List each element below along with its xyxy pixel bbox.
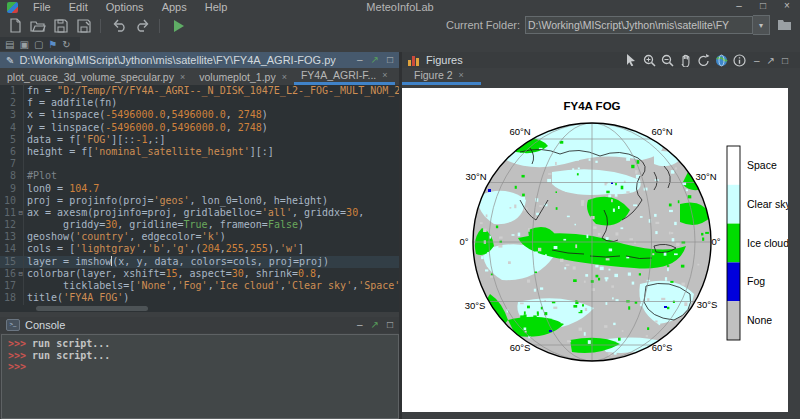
toolbar-separator (100, 19, 101, 33)
close-icon[interactable]: × (282, 72, 287, 82)
browse-folder-icon[interactable] (777, 19, 792, 31)
close-icon[interactable]: × (382, 70, 387, 80)
code-line[interactable]: 6height = f['nominal_satellite_height'][… (0, 146, 399, 158)
code-line[interactable]: 4y = linspace(-5496000.0,5496000.0, 2748… (0, 122, 399, 134)
bookmark-icon[interactable]: ⚑ (48, 39, 57, 50)
window-minimize-button[interactable]: – (728, 0, 750, 13)
code-line[interactable]: 7 (0, 158, 399, 170)
document-icon[interactable]: ▢ (34, 39, 43, 50)
grid-label: 0° (711, 236, 720, 247)
code-editor[interactable]: 1fn = "D:/Temp/FY/FY4A-_AGRI--_N_DISK_10… (0, 85, 399, 305)
colorbar-label: None (747, 314, 772, 326)
menu-help[interactable]: Help (196, 1, 237, 14)
editor-file-path: D:\Working\MIScript\Jython\mis\satellite… (19, 54, 335, 66)
console-maximize-icon[interactable]: □ (387, 318, 393, 332)
editor-minimize-icon[interactable]: – (357, 53, 363, 67)
globe-disk (473, 119, 712, 361)
grid-label: 30°S (465, 300, 486, 311)
undo-icon[interactable] (111, 17, 128, 34)
rotate-icon[interactable] (696, 53, 711, 68)
console-output[interactable]: >>> run script...>>> run script...>>> (1, 334, 399, 419)
console-toggle-icon[interactable]: ▣ (19, 39, 28, 50)
tab-figure-2[interactable]: Figure 2× (402, 68, 481, 85)
editor-horizontal-scrollbar[interactable] (0, 305, 399, 312)
code-line[interactable]: 13geoshow('country', edgecolor='k') (0, 231, 399, 243)
code-line[interactable]: 15layer = imshow(x, y, data, colors=cols… (0, 256, 399, 268)
redo-icon[interactable] (134, 17, 151, 34)
save-as-icon[interactable] (75, 17, 92, 34)
code-line[interactable]: 18title('FY4A FOG') (0, 292, 399, 304)
code-line[interactable]: 14cols = ['lightgray','b','g',(204,255,2… (0, 243, 399, 255)
console-title-label: Console (25, 319, 65, 331)
tab-fy4a-agri-fog[interactable]: FY4A_AGRI-F...× (294, 68, 395, 85)
close-icon[interactable]: × (459, 70, 464, 80)
code-line[interactable]: 9lon0 = 104.7 (0, 183, 399, 195)
console-float-icon[interactable]: ↗ (371, 318, 379, 332)
colorbar-label: Clear sky (747, 198, 788, 210)
colorbar-label: Ice cloud (747, 237, 788, 249)
zoom-out-icon[interactable] (660, 53, 675, 68)
menu-edit[interactable]: Edit (60, 1, 97, 14)
edit-pencil-icon: ✎ (6, 55, 14, 66)
code-line[interactable]: 16⊟colorbar(layer, xshift=15, aspect=30,… (0, 268, 399, 280)
figure-title: FY4A FOG (563, 100, 620, 112)
save-icon[interactable] (52, 17, 69, 34)
tab-volumeplot-1[interactable]: volumeplot_1.py× (192, 69, 294, 85)
colorbar-label: Space (747, 159, 777, 171)
code-line[interactable]: 1fn = "D:/Temp/FY/FY4A-_AGRI--_N_DISK_10… (0, 85, 399, 97)
figures-float-icon[interactable]: ↗ (767, 55, 775, 66)
code-line[interactable]: 10proj = projinfo(proj='geos', lon_0=lon… (0, 195, 399, 207)
current-folder-input[interactable] (525, 16, 753, 34)
tab-plot-cuace-3d-volume-specular[interactable]: plot_cuace_3d_volume_specular.py× (0, 69, 192, 85)
toolbar-separator (159, 19, 160, 33)
current-folder-row: Current Folder: ▾ (446, 15, 792, 35)
window-maximize-button[interactable]: □ (752, 0, 774, 13)
menu-apps[interactable]: Apps (153, 1, 196, 14)
menu-file[interactable]: File (24, 1, 60, 14)
figures-tab-bar: Figure 2× (402, 68, 800, 85)
secondary-toolbar: ▤ ▣ ▢ ⚑ ↻ (0, 37, 80, 51)
meteoinfolab-window: File Edit Options Apps Help MeteoInfoLab… (0, 0, 800, 419)
chevron-down-icon[interactable]: ▾ (753, 15, 770, 35)
new-file-icon[interactable] (6, 17, 23, 34)
grid-label: 60°S (510, 342, 531, 353)
select-arrow-icon[interactable] (624, 53, 639, 68)
figures-minimize-icon[interactable]: – (754, 55, 760, 66)
console-line: >>> run script... (2, 338, 398, 350)
open-folder-icon[interactable] (29, 17, 46, 34)
code-line[interactable]: 2f = addfile(fn) (0, 97, 399, 109)
code-line[interactable]: 5data = f['FOG'][::-1,:] (0, 134, 399, 146)
colorbar-label: Fog (747, 275, 765, 287)
console-line: >>> run script... (2, 350, 398, 362)
code-line[interactable]: 17 ticklabels=['None','Fog','Ice cloud',… (0, 280, 399, 292)
editor-tab-bar: plot_cuace_3d_volume_specular.py× volume… (0, 68, 399, 85)
run-script-icon[interactable] (170, 17, 187, 34)
code-line[interactable]: 8#Plot (0, 170, 399, 182)
window-close-button[interactable]: × (776, 0, 798, 13)
refresh-icon[interactable]: ↻ (62, 39, 70, 50)
console-title-bar: >_ Console – ↗ □ (0, 317, 399, 333)
figures-toolbar: – ↗ □ (621, 52, 788, 68)
code-line[interactable]: 11⊟ax = axesm(projinfo=proj, gridlabello… (0, 207, 399, 219)
fy4a-fog-plot: 60°N60°N30°N30°N0°0°30°S30°S60°S60°S Spa… (402, 88, 788, 412)
scrollbar-thumb[interactable] (36, 306, 148, 311)
grid-label: 60°S (652, 342, 673, 353)
console-minimize-icon[interactable]: – (357, 318, 363, 332)
code-line[interactable]: 12 griddy=30, gridline=True, frameon=Fal… (0, 219, 399, 231)
figure-canvas[interactable]: 60°N60°N30°N30°N0°0°30°S30°S60°S60°S Spa… (402, 88, 788, 412)
close-icon[interactable]: × (180, 72, 185, 82)
figures-maximize-icon[interactable]: □ (782, 55, 788, 66)
layers-icon[interactable]: ▤ (5, 39, 14, 50)
zoom-in-icon[interactable] (642, 53, 657, 68)
identify-info-icon[interactable] (732, 53, 747, 68)
editor-maximize-icon[interactable]: □ (387, 53, 393, 67)
console-line: >>> (2, 361, 398, 373)
editor-float-icon[interactable]: ↗ (371, 53, 379, 67)
full-extent-globe-icon[interactable] (714, 53, 729, 68)
figure-colorbar: SpaceClear skyIce cloudFogNone (727, 146, 788, 340)
code-line[interactable]: 3x = linspace(-5496000.0,5496000.0, 2748… (0, 109, 399, 121)
menu-bar: File Edit Options Apps Help (0, 0, 800, 14)
editor-title-bar: ✎ D:\Working\MIScript\Jython\mis\satelli… (0, 52, 399, 68)
menu-options[interactable]: Options (97, 1, 153, 14)
pan-hand-icon[interactable] (678, 53, 693, 68)
